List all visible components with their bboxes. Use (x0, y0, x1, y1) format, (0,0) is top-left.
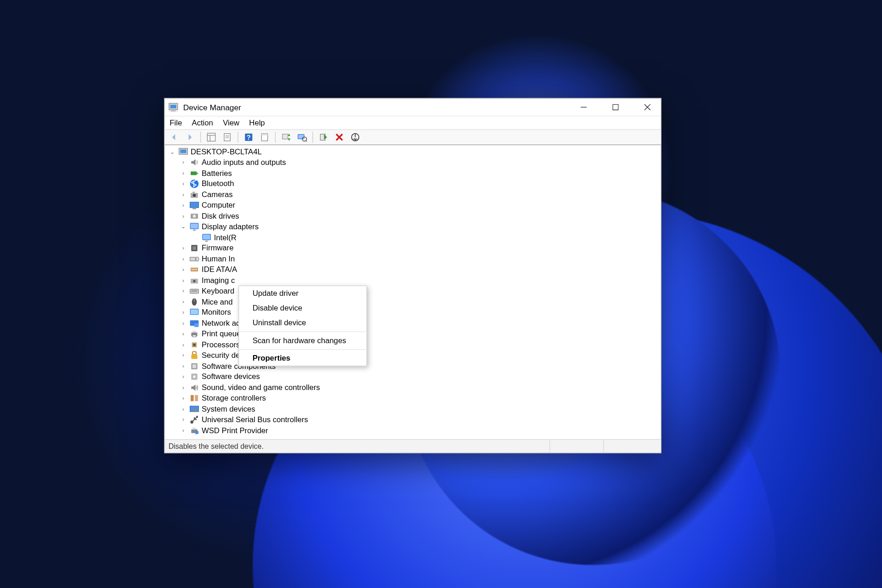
chevron-right-icon[interactable]: › (180, 427, 187, 433)
status-text: Disables the selected device. (169, 442, 264, 451)
tree-node-category[interactable]: ›Cameras (167, 189, 658, 200)
chevron-right-icon[interactable]: › (180, 245, 187, 251)
svg-rect-17 (261, 134, 267, 136)
chevron-right-icon[interactable]: › (180, 331, 187, 337)
tree-node-category[interactable]: ›Audio inputs and outputs (167, 157, 658, 168)
chevron-right-icon[interactable]: › (180, 299, 187, 305)
tree-label: Storage controllers (202, 394, 266, 403)
network-adapter-icon (189, 318, 199, 328)
chevron-right-icon[interactable]: › (180, 395, 187, 401)
tree-node-category[interactable]: ›Universal Serial Bus controllers (167, 414, 658, 425)
minimize-button[interactable] (570, 99, 597, 116)
context-menu-update-driver[interactable]: Update driver (239, 286, 366, 300)
tree-node-root[interactable]: ⌄ DESKTOP-BCLTA4L (167, 147, 658, 157)
tree-node-category[interactable]: ›Bluetooth (167, 179, 658, 189)
tree-node-category[interactable]: ›Sound, video and game controllers (167, 382, 658, 393)
device-manager-app-icon (169, 102, 178, 112)
svg-rect-1 (170, 105, 176, 108)
properties-button[interactable] (220, 130, 234, 144)
chevron-right-icon[interactable]: › (180, 384, 187, 390)
tree-node-category[interactable]: ›Software devices (167, 372, 658, 382)
chevron-down-icon[interactable]: ⌄ (169, 149, 176, 155)
update-driver-button[interactable] (279, 130, 293, 144)
chevron-right-icon[interactable]: › (180, 213, 187, 219)
tree-label: Keyboard (202, 287, 234, 295)
tree-label: Display adapters (202, 222, 259, 231)
maximize-button[interactable] (602, 99, 629, 116)
chevron-right-icon[interactable]: › (180, 406, 187, 412)
menu-help[interactable]: Help (249, 119, 265, 127)
chevron-right-icon[interactable]: › (180, 288, 187, 294)
chevron-right-icon[interactable]: › (180, 342, 187, 348)
window-title: Device Manager (183, 102, 241, 112)
usb-controller-icon (189, 415, 199, 424)
menu-file[interactable]: File (170, 119, 182, 127)
forward-button[interactable] (183, 130, 197, 144)
chevron-right-icon[interactable]: › (180, 256, 187, 262)
ide-controller-icon (189, 265, 199, 274)
chevron-right-icon[interactable]: › (180, 192, 187, 198)
tree-label: Batteries (202, 169, 232, 178)
tree-label: Software devices (202, 373, 260, 381)
chevron-right-icon[interactable]: › (180, 320, 187, 326)
computer-icon (189, 200, 199, 210)
context-menu-uninstall-device[interactable]: Uninstall device (239, 315, 366, 330)
device-tree[interactable]: ⌄ DESKTOP-BCLTA4L ›Audio inputs and outp… (165, 145, 661, 439)
chevron-right-icon[interactable]: › (180, 159, 187, 165)
context-menu-disable-device[interactable]: Disable device (239, 300, 366, 315)
context-menu-scan-hardware[interactable]: Scan for hardware changes (239, 333, 366, 348)
tree-node-category[interactable]: ›Batteries (167, 168, 658, 178)
tree-node-category[interactable]: ›IDE ATA/A (167, 264, 658, 275)
properties-sheet-button[interactable] (258, 130, 271, 144)
speaker-icon (189, 158, 199, 167)
tree-node-category[interactable]: ›Storage controllers (167, 393, 658, 403)
svg-rect-4 (613, 104, 618, 110)
tree-label: Firmware (202, 244, 233, 253)
scan-hardware-button[interactable] (295, 130, 309, 144)
tree-node-category[interactable]: ›Firmware (167, 243, 658, 254)
tree-node-category[interactable]: ›Imaging c (167, 275, 658, 286)
svg-rect-18 (283, 134, 288, 139)
chevron-right-icon[interactable]: › (180, 363, 187, 369)
chevron-right-icon[interactable]: › (180, 310, 187, 316)
help-button[interactable]: ? (242, 130, 255, 144)
disable-device-button[interactable] (349, 130, 362, 144)
chevron-right-icon[interactable]: › (180, 202, 187, 208)
tree-node-category[interactable]: ›WSD Print Provider (167, 425, 658, 435)
tree-node-category[interactable]: ›Computer (167, 200, 658, 210)
wsd-print-provider-icon (189, 425, 199, 435)
chevron-right-icon[interactable]: › (180, 277, 187, 283)
context-menu-properties[interactable]: Properties (239, 351, 366, 365)
chevron-right-icon[interactable]: › (180, 181, 187, 187)
menu-view[interactable]: View (223, 119, 239, 127)
chevron-right-icon[interactable]: › (180, 417, 187, 423)
titlebar[interactable]: Device Manager (165, 99, 661, 116)
chevron-right-icon[interactable]: › (180, 352, 187, 358)
statusbar: Disables the selected device. (165, 439, 661, 452)
close-button[interactable] (634, 99, 661, 116)
menu-action[interactable]: Action (192, 119, 213, 127)
bluetooth-icon (189, 179, 199, 189)
tree-label: Cameras (202, 190, 233, 199)
enable-device-button[interactable] (317, 130, 330, 144)
sound-controller-icon (189, 383, 199, 392)
menubar: File Action View Help (165, 116, 661, 129)
tree-node-device-selected[interactable]: Intel(R (167, 232, 658, 243)
show-hide-tree-button[interactable] (204, 130, 218, 144)
context-menu: Update driver Disable device Uninstall d… (238, 285, 367, 366)
chevron-right-icon[interactable]: › (180, 266, 187, 272)
storage-controller-icon (189, 393, 199, 403)
tree-node-category[interactable]: ›Disk drives (167, 211, 658, 221)
tree-node-category[interactable]: ›System devices (167, 404, 658, 414)
status-cell (549, 440, 603, 452)
tree-node-category[interactable]: ›Human In (167, 254, 658, 264)
chevron-right-icon[interactable]: › (180, 170, 187, 176)
context-menu-separator (239, 331, 366, 332)
back-button[interactable] (167, 130, 181, 144)
chevron-right-icon[interactable]: › (180, 374, 187, 380)
tree-label: System devices (202, 405, 255, 413)
chevron-down-icon[interactable]: ⌄ (180, 224, 187, 230)
tree-node-category[interactable]: ⌄Display adapters (167, 221, 658, 232)
uninstall-device-button[interactable] (333, 130, 346, 144)
system-device-icon (189, 404, 199, 414)
